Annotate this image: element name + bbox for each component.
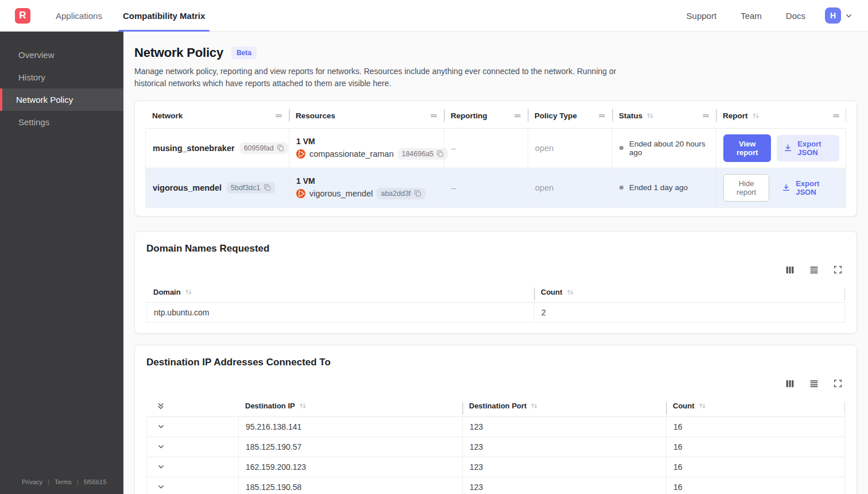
chevron-down-icon[interactable] [844,11,853,20]
columns-icon[interactable] [785,379,795,389]
sort-icon[interactable] [530,402,538,410]
main-content: Network Policy Beta Manage network polic… [123,32,868,494]
expander-cell [146,457,238,477]
chevron-down-icon[interactable] [157,483,165,491]
resource-name: compassionate_raman [309,149,394,159]
chevron-down-icon[interactable] [157,462,165,471]
column-drag-handle-icon[interactable] [598,111,606,120]
network-table-row[interactable]: vigorous_mendel 5bdf3dc1 1 VM vigorous_m… [145,168,846,208]
hash-value: 5bdf3dc1 [231,184,260,192]
column-header-reporting[interactable]: Reporting [444,101,528,128]
destination-port-cell: 123 [462,417,666,437]
nav-link-support[interactable]: Support [687,11,717,21]
download-icon [782,183,790,192]
fullscreen-icon[interactable] [833,379,843,388]
status-cell: Ended 1 day ago [612,168,716,207]
report-cell: View report Export JSON [716,129,846,168]
policy-type-cell: open [528,129,612,168]
footer-separator: | [72,478,84,485]
destination-port-cell: 123 [462,457,666,477]
domains-card: Domain Names Requested Domain Count [134,231,857,334]
row-density-icon[interactable] [809,379,819,389]
destination-ip-cell: 185.125.190.58 [238,477,462,494]
column-label: Report [723,111,748,120]
ips-table: Destination IP Destination Port Count [146,398,845,494]
chevron-down-icon[interactable] [157,442,165,451]
avatar[interactable]: H [825,7,841,24]
count-cell: 16 [666,477,845,494]
column-header-destination-port[interactable]: Destination Port [462,398,666,416]
copy-icon[interactable] [414,190,421,197]
column-label: Destination IP [245,402,295,410]
column-header-network[interactable]: Network [145,101,289,128]
tab-compatibility-matrix[interactable]: Compatibility Matrix [118,0,210,32]
ip-table-row[interactable]: 185.125.190.57 123 16 [146,437,845,457]
ip-table-row[interactable]: 95.216.138.141 123 16 [146,417,845,437]
column-header-policy-type[interactable]: Policy Type [528,101,612,128]
columns-icon[interactable] [785,265,795,275]
primary-nav: Applications Compatibility Matrix [51,0,221,32]
chevron-down-icon[interactable] [157,422,165,431]
footer-terms-link[interactable]: Terms [55,478,72,485]
count-cell: 16 [666,437,845,457]
footer-separator: | [42,478,55,485]
sort-icon[interactable] [184,288,193,296]
column-header-status[interactable]: Status [612,101,716,128]
column-drag-handle-icon[interactable] [832,111,840,120]
sort-icon[interactable] [698,402,707,410]
vm-count: 1 VM [296,137,315,146]
copy-icon[interactable] [436,150,444,157]
table-toolbar [146,377,843,390]
column-header-count[interactable]: Count [666,398,845,416]
sidebar-item-history[interactable]: History [0,66,123,88]
user-menu[interactable]: H [825,7,853,24]
column-label: Destination Port [469,402,526,410]
destination-ip-cell: 162.159.200.123 [238,457,462,477]
hide-report-button[interactable]: Hide report [723,174,769,202]
export-json-label: Export JSON [796,179,832,196]
fullscreen-icon[interactable] [833,265,843,275]
ip-table-row[interactable]: 162.159.200.123 123 16 [146,457,845,477]
status-cell: Ended about 20 hours ago [612,129,716,168]
sidebar-item-settings[interactable]: Settings [0,111,123,133]
sidebar-item-network-policy[interactable]: Network Policy [0,88,123,111]
destination-port-cell: 123 [462,437,666,457]
nav-link-docs[interactable]: Docs [786,11,805,21]
column-header-resources[interactable]: Resources [289,101,444,128]
tab-applications[interactable]: Applications [51,0,107,32]
sort-icon[interactable] [299,402,307,410]
column-header-destination-ip[interactable]: Destination IP [238,398,462,416]
reporting-cell: – [444,168,528,207]
network-table-row[interactable]: musing_stonebraker 60959fad 1 VM compass… [145,129,846,168]
footer-privacy-link[interactable]: Privacy [22,478,42,485]
export-json-button[interactable]: Export JSON [775,175,839,201]
copy-icon[interactable] [277,144,284,152]
sort-icon[interactable] [566,288,575,296]
column-header-report[interactable]: Report [716,101,846,128]
expander-cell [146,437,238,457]
sort-icon[interactable] [751,111,760,120]
column-header-domain[interactable]: Domain [146,284,534,302]
column-drag-handle-icon[interactable] [702,111,710,120]
network-hash-badge: 5bdf3dc1 [227,182,274,194]
copy-icon[interactable] [264,184,271,191]
column-header-count[interactable]: Count [534,284,845,302]
nav-link-team[interactable]: Team [741,11,762,21]
double-chevron-down-icon[interactable] [156,402,165,411]
network-name: vigorous_mendel [153,183,222,192]
sidebar-item-overview[interactable]: Overview [0,44,123,66]
row-density-icon[interactable] [809,265,819,275]
domain-table-row[interactable]: ntp.ubuntu.com 2 [146,303,845,323]
ips-card-title: Destination IP Addresses Connected To [146,357,845,368]
hash-value: aba2dd3f [381,190,410,198]
column-drag-handle-icon[interactable] [274,111,283,120]
export-json-button[interactable]: Export JSON [777,135,839,161]
app-logo[interactable]: R [15,8,30,24]
table-toolbar [146,264,843,276]
column-drag-handle-icon[interactable] [513,111,522,120]
column-drag-handle-icon[interactable] [429,111,438,120]
ip-table-row[interactable]: 185.125.190.58 123 16 [146,477,845,494]
view-report-button[interactable]: View report [723,134,771,162]
expander-cell [146,417,238,437]
sort-icon[interactable] [646,111,654,120]
